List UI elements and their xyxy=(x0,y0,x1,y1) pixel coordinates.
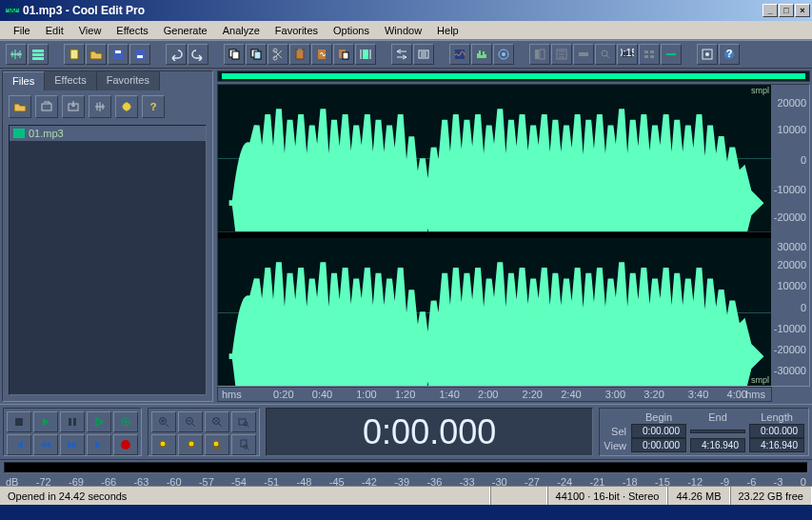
go-start-button[interactable] xyxy=(7,434,31,455)
file-item[interactable]: 01.mp3 xyxy=(10,126,206,141)
hide-zoom-button[interactable] xyxy=(595,44,616,65)
files-close-button[interactable] xyxy=(35,95,58,118)
phase-button[interactable] xyxy=(493,44,514,65)
menu-effects[interactable]: Effects xyxy=(109,23,155,38)
paste-new-button[interactable] xyxy=(333,44,354,65)
tab-effects[interactable]: Effects xyxy=(45,71,96,90)
svg-point-53 xyxy=(160,441,166,447)
waveform-icon xyxy=(13,129,25,138)
hide-sel-button[interactable] xyxy=(639,44,660,65)
hide-transport-button[interactable] xyxy=(573,44,594,65)
zoom-vertical-button[interactable] xyxy=(231,434,256,455)
minimize-button[interactable]: _ xyxy=(762,4,778,17)
waveform-overview[interactable] xyxy=(217,70,810,82)
hide-organizer-button[interactable] xyxy=(529,44,550,65)
menu-help[interactable]: Help xyxy=(429,23,466,38)
files-open-button[interactable] xyxy=(9,95,31,118)
menu-favorites[interactable]: Favorites xyxy=(267,23,326,38)
hide-time-button[interactable]: 0:15 xyxy=(617,44,638,65)
menu-window[interactable]: Window xyxy=(377,23,429,38)
waveform-canvas[interactable]: smpl smpl xyxy=(218,85,771,386)
save-button[interactable] xyxy=(108,44,129,65)
zoom-full-button[interactable] xyxy=(205,411,229,432)
svg-rect-36 xyxy=(666,53,676,55)
zoom-in-right-button[interactable] xyxy=(178,434,203,455)
view-end[interactable]: 4:16.940 xyxy=(690,438,745,452)
menu-edit[interactable]: Edit xyxy=(38,23,71,38)
menu-analyze[interactable]: Analyze xyxy=(215,23,267,38)
convert-button[interactable] xyxy=(391,44,412,65)
settings-button[interactable] xyxy=(413,44,434,65)
menu-file[interactable]: File xyxy=(6,23,38,38)
svg-rect-3 xyxy=(32,57,44,60)
mix-paste-button[interactable] xyxy=(311,44,332,65)
batch-button[interactable] xyxy=(129,44,150,65)
copy-button[interactable] xyxy=(224,44,245,65)
trim-button[interactable] xyxy=(355,44,376,65)
hide-level-button[interactable] xyxy=(661,44,682,65)
tab-favorites[interactable]: Favorites xyxy=(97,71,160,90)
zoom-selection-button[interactable] xyxy=(231,411,256,432)
toolbar: 0:15 ? xyxy=(0,40,812,69)
maximize-button[interactable]: □ xyxy=(779,4,794,17)
close-button[interactable]: × xyxy=(795,4,810,17)
options-button[interactable] xyxy=(697,44,718,65)
sel-length[interactable]: 0:00.000 xyxy=(749,424,804,438)
undo-button[interactable] xyxy=(166,44,187,65)
view-label: View xyxy=(602,438,629,452)
files-list[interactable]: 01.mp3 xyxy=(9,125,207,395)
spectral-button[interactable] xyxy=(449,44,470,65)
zoom-panel xyxy=(148,408,260,456)
copy-new-button[interactable] xyxy=(246,44,267,65)
svg-rect-4 xyxy=(70,50,78,59)
view-length[interactable]: 4:16.940 xyxy=(749,438,804,452)
help-button[interactable]: ? xyxy=(719,44,740,65)
cut-button[interactable] xyxy=(267,44,288,65)
pause-button[interactable] xyxy=(60,411,85,432)
menu-generate[interactable]: Generate xyxy=(156,23,215,38)
go-end-button[interactable] xyxy=(87,434,111,455)
files-insert-button[interactable] xyxy=(62,95,85,118)
play-to-end-button[interactable] xyxy=(113,411,138,432)
zoom-in-left-button[interactable] xyxy=(151,434,176,455)
freq-analysis-button[interactable] xyxy=(471,44,492,65)
forward-button[interactable] xyxy=(60,434,85,455)
svg-rect-12 xyxy=(254,51,261,59)
svg-point-54 xyxy=(188,441,194,447)
svg-text:?: ? xyxy=(150,101,157,112)
menu-view[interactable]: View xyxy=(71,23,109,38)
redo-button[interactable] xyxy=(188,44,208,65)
files-edit-button[interactable] xyxy=(89,95,111,118)
record-button[interactable] xyxy=(113,434,138,455)
svg-rect-19 xyxy=(343,52,348,59)
status-size: 44.26 MB xyxy=(667,487,729,505)
open-button[interactable] xyxy=(86,44,107,65)
sel-begin[interactable]: 0:00.000 xyxy=(631,424,686,438)
new-button[interactable] xyxy=(64,44,85,65)
svg-rect-46 xyxy=(69,418,71,426)
hide-cue-button[interactable] xyxy=(551,44,572,65)
sel-end[interactable] xyxy=(690,430,745,433)
time-ruler[interactable]: hms 0:20 0:40 1:00 1:20 1:40 2:00 2:20 2… xyxy=(217,387,772,402)
tab-files[interactable]: Files xyxy=(3,71,45,90)
svg-rect-35 xyxy=(650,55,654,58)
level-meter[interactable] xyxy=(4,462,808,473)
svg-rect-2 xyxy=(32,53,44,56)
stop-button[interactable] xyxy=(7,411,31,432)
zoom-out-button[interactable] xyxy=(178,411,203,432)
time-display[interactable]: 0:00.000 xyxy=(266,408,593,456)
svg-rect-8 xyxy=(137,55,143,58)
svg-rect-6 xyxy=(115,50,121,53)
play-button[interactable] xyxy=(33,411,58,432)
paste-button[interactable] xyxy=(289,44,310,65)
zoom-prev-button[interactable] xyxy=(205,434,229,455)
files-options-button[interactable] xyxy=(115,95,138,118)
mode-edit-button[interactable] xyxy=(6,44,27,65)
files-help-button[interactable]: ? xyxy=(142,95,165,118)
play-looped-button[interactable] xyxy=(87,411,111,432)
mode-multitrack-button[interactable] xyxy=(28,44,49,65)
rewind-button[interactable] xyxy=(33,434,58,455)
zoom-in-button[interactable] xyxy=(151,411,176,432)
menu-options[interactable]: Options xyxy=(326,23,377,38)
view-begin[interactable]: 0:00.000 xyxy=(631,438,686,452)
